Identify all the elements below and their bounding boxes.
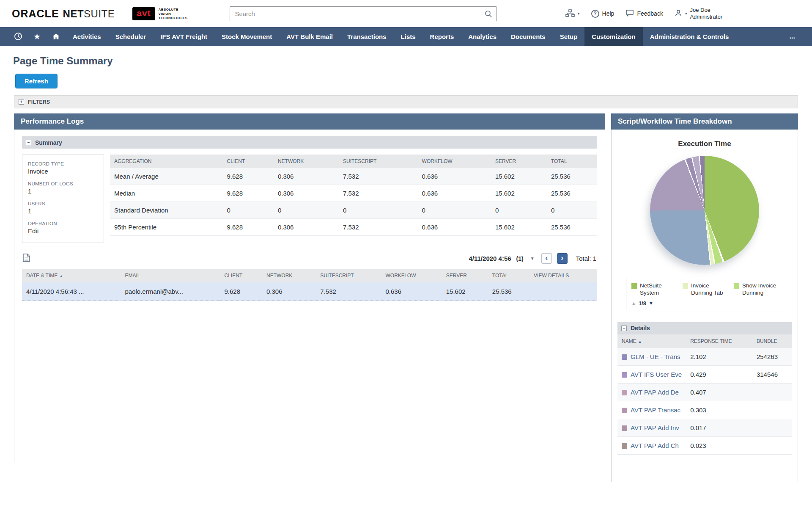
- column-header[interactable]: WORKFLOW: [418, 155, 491, 168]
- legend-page-down-icon[interactable]: ▼: [649, 301, 653, 306]
- feedback-button[interactable]: Feedback: [625, 9, 663, 18]
- help-button[interactable]: Help: [591, 10, 614, 18]
- collapse-summary-icon[interactable]: [26, 140, 31, 145]
- date-range-selector[interactable]: 4/11/2020 4:56: [469, 255, 511, 262]
- client-cell: 9.628: [223, 168, 274, 185]
- client-cell: 9.628: [223, 219, 274, 236]
- avt-logo-mark: avt: [132, 7, 155, 20]
- script-link[interactable]: AVT PAP Add De: [631, 389, 679, 396]
- top-header: ORACLE NET SUITE avt ABSOLUTEVISIONTECHN…: [0, 0, 812, 27]
- column-header[interactable]: BUNDLE: [752, 334, 792, 348]
- chart-title: Execution Time: [617, 140, 792, 148]
- nav-item[interactable]: Scheduler: [108, 27, 154, 46]
- column-header[interactable]: SUITESCRIPT: [339, 155, 418, 168]
- user-menu[interactable]: ▾ Joe Doe Administrator: [675, 7, 722, 20]
- nav-item[interactable]: Reports: [423, 27, 461, 46]
- script-link[interactable]: AVT IFS User Eve: [631, 371, 682, 378]
- column-header[interactable]: VIEW DETAILS: [529, 269, 597, 282]
- log-row[interactable]: 4/11/2020 4:56:43 ... paolo.ermani@abv..…: [22, 282, 597, 301]
- expand-filters-icon[interactable]: [19, 99, 24, 105]
- nav-item[interactable]: Stock Movement: [214, 27, 279, 46]
- response-time-cell: 0.429: [686, 365, 752, 383]
- summary-section-bar: Summary: [22, 136, 597, 149]
- column-header[interactable]: TOTAL: [547, 155, 597, 168]
- nav-item[interactable]: Analytics: [461, 27, 504, 46]
- legend-label: NetSuite System: [640, 282, 675, 297]
- script-link[interactable]: AVT PAP Add Inv: [631, 424, 679, 431]
- script-name-cell: AVT PAP Add Ch: [622, 442, 682, 449]
- filters-bar[interactable]: FILTERS: [14, 95, 798, 108]
- nav-item[interactable]: Documents: [504, 27, 553, 46]
- column-header[interactable]: CLIENT: [223, 155, 274, 168]
- search-input[interactable]: [230, 6, 497, 21]
- column-header[interactable]: DATE & TIME▲: [22, 269, 121, 282]
- recent-records-icon[interactable]: [8, 27, 27, 46]
- nav-item[interactable]: Activities: [66, 27, 108, 46]
- nav-item[interactable]: IFS AVT Freight: [153, 27, 214, 46]
- server-cell: 0: [491, 202, 547, 219]
- workflow-cell: 0: [418, 202, 491, 219]
- refresh-button[interactable]: Refresh: [15, 74, 58, 88]
- nav-item[interactable]: Setup: [553, 27, 585, 46]
- collapse-details-icon[interactable]: [621, 326, 627, 331]
- column-header[interactable]: SUITESCRIPT: [316, 269, 381, 282]
- list-icon[interactable]: [23, 254, 30, 264]
- log-table-header-row: DATE & TIME▲EMAILCLIENTNETWORKSUITESCRIP…: [22, 269, 597, 282]
- series-color-swatch: [622, 354, 627, 360]
- script-link[interactable]: GLM - UE - Trans: [631, 353, 680, 360]
- nav-item[interactable]: Customization: [584, 27, 642, 46]
- home-icon[interactable]: [47, 27, 66, 46]
- network-cell: 0.306: [274, 168, 339, 185]
- nav-item[interactable]: Lists: [394, 27, 423, 46]
- network-cell: 0.306: [262, 282, 316, 301]
- script-name-cell: AVT PAP Add De: [622, 389, 682, 396]
- feedback-label: Feedback: [637, 10, 663, 17]
- details-row: AVT PAP Add De 0.407: [617, 383, 792, 401]
- info-label: RECORD TYPE: [28, 161, 98, 166]
- chevron-down-icon: ▾: [685, 11, 687, 16]
- column-header[interactable]: TOTAL: [488, 269, 529, 282]
- total-value: 1: [593, 255, 596, 262]
- column-header[interactable]: NETWORK: [274, 155, 339, 168]
- column-header[interactable]: EMAIL: [121, 269, 220, 282]
- table-row: Mean / Average 9.628 0.306 7.532 0.636 1…: [110, 168, 597, 185]
- column-header[interactable]: SERVER: [491, 155, 547, 168]
- roles-menu[interactable]: ▾: [565, 9, 580, 18]
- legend-page-up-icon[interactable]: ▲: [631, 301, 636, 306]
- workflow-cell: 0.636: [418, 168, 491, 185]
- details-row: AVT PAP Add Inv 0.017: [617, 419, 792, 436]
- info-label: NUMBER OF LOGS: [28, 181, 98, 186]
- execution-time-pie[interactable]: [650, 156, 759, 265]
- view-details-cell[interactable]: [529, 282, 597, 301]
- script-link[interactable]: AVT PAP Transac: [631, 406, 680, 414]
- table-row: 95th Percentile 9.628 0.306 7.532 0.636 …: [110, 219, 597, 236]
- column-header[interactable]: WORKFLOW: [381, 269, 442, 282]
- nav-item[interactable]: AVT Bulk Email: [279, 27, 340, 46]
- nav-item[interactable]: Administration & Controls: [643, 27, 736, 46]
- nav-item[interactable]: Transactions: [340, 27, 394, 46]
- nav-more-button[interactable]: ...: [784, 27, 801, 46]
- suitescript-cell: 7.532: [339, 185, 418, 202]
- shortcuts-star-icon[interactable]: [27, 27, 47, 46]
- log-table-body: 4/11/2020 4:56:43 ... paolo.ermani@abv..…: [22, 282, 597, 301]
- info-value: Edit: [28, 227, 98, 235]
- info-label: USERS: [28, 201, 98, 206]
- column-header[interactable]: SERVER: [442, 269, 488, 282]
- info-value: 1: [28, 207, 98, 215]
- column-header[interactable]: RESPONSE TIME: [686, 334, 752, 348]
- dropdown-caret-icon[interactable]: ▼: [530, 256, 535, 261]
- total-cell: 25.536: [547, 168, 597, 185]
- table-row: Standard Deviation 0 0 0 0 0 0: [110, 202, 597, 219]
- legend-color-swatch: [631, 283, 637, 289]
- column-header[interactable]: NETWORK: [262, 269, 316, 282]
- details-table: NAME▲RESPONSE TIMEBUNDLE GLM - UE - Tran…: [617, 334, 792, 455]
- user-info: Joe Doe Administrator: [690, 7, 722, 20]
- column-header[interactable]: NAME▲: [617, 334, 686, 348]
- next-page-button[interactable]: ›: [557, 253, 568, 264]
- column-header[interactable]: CLIENT: [220, 269, 262, 282]
- search-icon[interactable]: [484, 10, 493, 20]
- script-link[interactable]: AVT PAP Add Ch: [631, 442, 679, 449]
- legend-item: Show Invoice Dunning: [734, 282, 778, 297]
- previous-page-button[interactable]: ‹: [541, 253, 552, 264]
- column-header[interactable]: AGGREGATION: [110, 155, 223, 168]
